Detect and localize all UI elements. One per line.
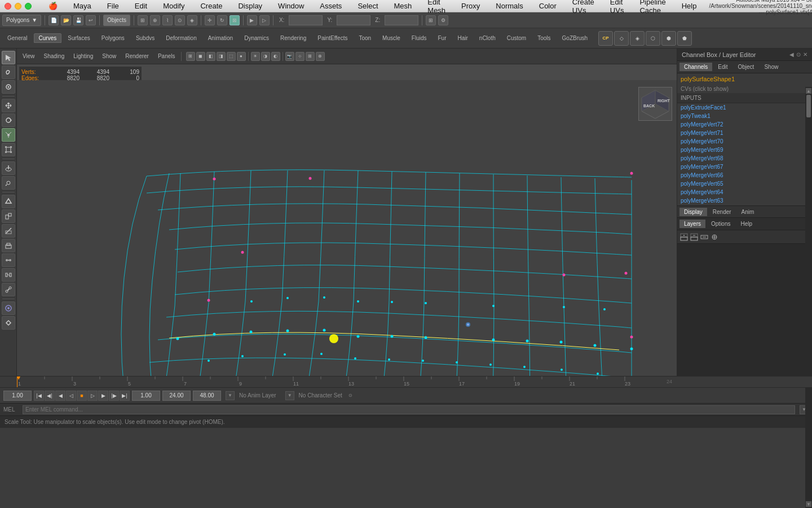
move-tool-icon[interactable]: ✛ (205, 15, 215, 25)
le-subtab-options[interactable]: Options (707, 220, 735, 228)
step-fwd-btn[interactable]: |▶ (109, 391, 119, 401)
vp-wire-icon[interactable]: ⊞ (186, 52, 195, 61)
shelf-tab-animation[interactable]: Animation (203, 33, 238, 43)
undo-icon[interactable]: ↩ (86, 15, 96, 25)
vp-light-icon[interactable]: ☀ (251, 52, 260, 61)
vp-bounding-box-icon[interactable]: ⬚ (227, 52, 236, 61)
vp-select-icon[interactable]: ⊹ (295, 52, 304, 61)
shelf-tab-general[interactable]: General (2, 33, 33, 43)
shelf-tab-tools[interactable]: Tools (532, 33, 555, 43)
shelf-tab-gozbrush[interactable]: GoZBrush (557, 33, 593, 43)
cut-faces-tool[interactable] (2, 224, 15, 238)
close-button[interactable] (5, 3, 11, 10)
shelf-tab-surfaces[interactable]: Surfaces (63, 33, 95, 43)
vp-shadow-icon[interactable]: ◑ (261, 52, 270, 61)
cb-item-1[interactable]: polyTweak1 (677, 112, 812, 120)
minimize-button[interactable] (15, 3, 21, 10)
lasso-select-tool[interactable] (2, 65, 15, 79)
new-scene-icon[interactable]: 📄 (48, 15, 59, 25)
merge-tool[interactable] (2, 253, 15, 267)
range-start-input[interactable] (132, 391, 160, 401)
le-subtab-layers[interactable]: Layers (679, 220, 705, 228)
cb-item-2[interactable]: polyMergeVert72 (677, 120, 812, 129)
normals-menu[interactable]: Normals (492, 1, 526, 11)
le-subtab-help[interactable]: Help (736, 220, 757, 228)
vp-plugin-icon[interactable]: ⊕ (316, 52, 325, 61)
prev-frame-btn[interactable]: ◀ (55, 391, 65, 401)
shading-menu[interactable]: Shading (41, 52, 68, 60)
settings-icon[interactable]: ⚙ (438, 15, 448, 25)
ipr-icon[interactable]: ▷ (259, 15, 270, 25)
y-input[interactable] (337, 15, 370, 25)
shelf-tab-ncloth[interactable]: nCloth (474, 33, 501, 43)
create-polygon-tool[interactable] (2, 195, 15, 208)
snap-to-point-icon[interactable]: ⊙ (175, 15, 185, 25)
pipeline-cache-menu[interactable]: Pipeline Cache (636, 0, 669, 16)
anim-end-input[interactable] (193, 391, 221, 401)
edit-menu[interactable]: Edit (131, 1, 151, 11)
layer-attr-icon[interactable] (710, 233, 719, 242)
soft-modification-tool[interactable] (2, 161, 15, 175)
render-icon[interactable]: ▶ (247, 15, 257, 25)
show-manip-tool[interactable] (2, 143, 15, 156)
shelf-tab-painteffects[interactable]: PaintEffects (312, 33, 352, 43)
command-input[interactable] (23, 405, 795, 414)
vp-cam-icon[interactable]: 📷 (285, 52, 294, 61)
layer-options-icon[interactable] (700, 233, 709, 242)
cb-item-11[interactable]: polyMergeVert63 (677, 196, 812, 205)
select-tool[interactable] (2, 51, 15, 64)
create-menu[interactable]: Create (197, 1, 226, 11)
paint-select-tool[interactable] (2, 80, 15, 94)
cb-tab-channels[interactable]: Channels (679, 63, 712, 71)
modify-menu[interactable]: Modify (160, 1, 188, 11)
snap-to-view-icon[interactable]: ◈ (187, 15, 197, 25)
vp-solid-icon[interactable]: ◼ (196, 52, 205, 61)
timeline-ruler[interactable]: 1 3 5 7 9 11 13 15 17 (0, 376, 812, 387)
anim-layer-icon[interactable]: ▼ (226, 391, 235, 400)
scale-tool-icon[interactable]: ⊠ (230, 15, 240, 25)
shelf-icon4[interactable]: ⬢ (661, 31, 676, 46)
proxy-menu[interactable]: Proxy (458, 1, 483, 11)
scrollbar-thumb[interactable] (806, 95, 811, 117)
delete-layer-icon[interactable] (690, 233, 699, 242)
view-menu[interactable]: View (19, 52, 38, 60)
cb-item-9[interactable]: polyMergeVert65 (677, 179, 812, 188)
extrude-tool[interactable] (2, 239, 15, 252)
shelf-tab-curves[interactable]: Curves (34, 33, 62, 43)
app-name-menu[interactable]: Maya (70, 1, 95, 11)
file-menu[interactable]: File (104, 1, 122, 11)
vp-textured-icon[interactable]: ◧ (206, 52, 215, 61)
cvs-label[interactable]: CVs (click to show) (677, 85, 812, 93)
renderer-menu[interactable]: Renderer (122, 52, 152, 60)
play-fwd-btn[interactable]: ▷ (87, 391, 98, 401)
edit-mesh-menu[interactable]: Edit Mesh (424, 0, 449, 16)
window-menu[interactable]: Window (275, 1, 307, 11)
le-tab-render[interactable]: Render (708, 208, 736, 216)
shelf-tab-rendering[interactable]: Rendering (275, 33, 311, 43)
new-layer-icon[interactable] (679, 233, 689, 242)
append-polygon-tool[interactable] (2, 209, 15, 223)
window-controls[interactable] (5, 3, 32, 10)
shelf-icon1[interactable]: ◇ (614, 31, 629, 46)
select-menu[interactable]: Select (354, 1, 381, 11)
shelf-tab-toon[interactable]: Toon (354, 33, 376, 43)
help-menu[interactable]: Help (678, 1, 700, 11)
snap-to-curve-icon[interactable]: ⌇ (162, 15, 173, 25)
display-menu[interactable]: Display (235, 1, 266, 11)
play-back-btn[interactable]: ◁ (66, 391, 76, 401)
x-input[interactable] (289, 15, 323, 25)
cb-item-6[interactable]: polyMergeVert68 (677, 154, 812, 163)
scrollbar-down[interactable]: ▼ (806, 501, 811, 507)
make-live-tool[interactable] (2, 301, 15, 315)
shelf-tab-fluids[interactable]: Fluids (407, 33, 432, 43)
shelf-icon3[interactable]: ⬡ (646, 31, 660, 46)
move-tool[interactable] (2, 99, 15, 112)
vp-ao-icon[interactable]: ◐ (271, 52, 280, 61)
le-tab-anim[interactable]: Anim (737, 208, 759, 216)
go-to-start-btn[interactable]: |◀ (34, 391, 44, 401)
channel-box-settings-icon[interactable]: ⊙ (796, 51, 801, 58)
next-frame-btn[interactable]: ▶ (98, 391, 108, 401)
rotate-tool[interactable] (2, 113, 15, 127)
scrollbar-up[interactable]: ▲ (806, 88, 811, 94)
shelf-icon2[interactable]: ◈ (630, 31, 645, 46)
